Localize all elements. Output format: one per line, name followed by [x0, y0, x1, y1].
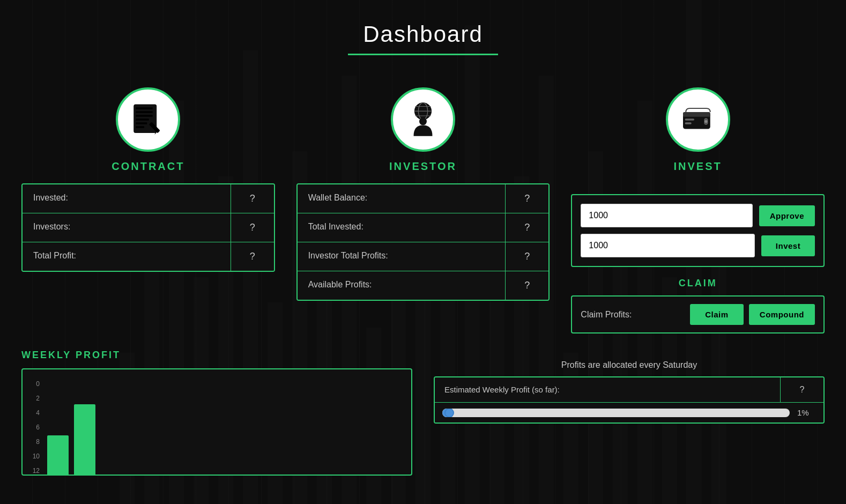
- invest-inputs-box: Approve Invest: [571, 194, 825, 267]
- svg-point-20: [704, 120, 707, 123]
- contract-column: CONTRACT Invested: ? Investors: ? Total …: [21, 87, 275, 272]
- progress-percent-label: 1%: [797, 408, 816, 417]
- investor-icon: [404, 101, 442, 138]
- available-profits-row: Available Profits: ?: [298, 271, 549, 300]
- investor-table: Wallet Balance: ? Total Invested: ? Inve…: [296, 183, 550, 301]
- claim-box: Claim Profits: Claim Compound: [571, 295, 825, 333]
- profits-note: Profits are allocated every Saturday: [434, 360, 825, 370]
- investor-icon-section: INVESTOR: [296, 87, 550, 173]
- investor-icon-circle: [391, 87, 455, 152]
- svg-point-14: [419, 118, 427, 125]
- estimated-label: Estimated Weekly Profit (so far):: [435, 377, 781, 402]
- approve-input[interactable]: [581, 204, 752, 227]
- contract-invested-row: Invested: ?: [23, 184, 274, 213]
- invest-icon-section: INVEST: [571, 87, 825, 173]
- svg-rect-5: [136, 122, 147, 124]
- progress-container: 1%: [435, 403, 823, 423]
- claim-button[interactable]: Claim: [690, 304, 744, 325]
- approve-button[interactable]: Approve: [759, 205, 815, 226]
- contract-investors-label: Investors:: [23, 213, 231, 242]
- weekly-profit-section: WEEKLY PROFIT 12 10 8 6 4 2 0: [21, 350, 412, 476]
- claim-profits-label: Claim Profits:: [581, 310, 682, 320]
- chart-bar: [74, 404, 95, 475]
- invest-button[interactable]: Invest: [761, 235, 815, 256]
- contract-invested-value: ?: [231, 184, 274, 213]
- investor-profits-label: Investor Total Profits:: [298, 242, 506, 271]
- svg-rect-16: [683, 112, 710, 117]
- claim-section: CLAIM Claim Profits: Claim Compound: [571, 278, 825, 333]
- main-grid: CONTRACT Invested: ? Investors: ? Total …: [21, 87, 825, 333]
- contract-investors-row: Investors: ?: [23, 213, 274, 242]
- weekly-profit-label: WEEKLY PROFIT: [21, 350, 412, 361]
- claim-title: CLAIM: [571, 278, 825, 289]
- header: Dashboard: [21, 11, 825, 61]
- investor-label: INVESTOR: [389, 160, 457, 173]
- progress-dot: [444, 409, 454, 417]
- contract-icon: [129, 101, 167, 138]
- contract-investors-value: ?: [231, 213, 274, 242]
- svg-rect-18: [685, 122, 691, 124]
- investor-column: INVESTOR Wallet Balance: ? Total Investe…: [296, 87, 550, 301]
- chart-y-axis: 12 10 8 6 4 2 0: [30, 377, 40, 475]
- invest-label: INVEST: [674, 160, 722, 173]
- total-invested-label: Total Invested:: [298, 213, 506, 242]
- invest-row: Invest: [581, 234, 815, 257]
- invest-icon-circle: [666, 87, 730, 152]
- page-title: Dashboard: [21, 21, 825, 47]
- available-profits-value: ?: [506, 271, 548, 300]
- weekly-profit-chart: 12 10 8 6 4 2 0: [21, 368, 412, 476]
- progress-bar: [442, 409, 790, 417]
- chart-bar: [47, 435, 69, 475]
- invest-input[interactable]: [581, 234, 755, 257]
- progress-row: 1%: [435, 403, 823, 423]
- compound-button[interactable]: Compound: [749, 304, 815, 325]
- contract-invested-label: Invested:: [23, 184, 231, 213]
- svg-rect-17: [685, 118, 694, 121]
- investor-bottom-section: Profits are allocated every Saturday Est…: [434, 350, 825, 476]
- progress-bar-fill: [442, 409, 449, 417]
- chart-bars-area: [47, 377, 404, 475]
- svg-rect-6: [136, 126, 145, 128]
- estimated-profit-row: Estimated Weekly Profit (so far): ?: [435, 377, 823, 403]
- estimated-table: Estimated Weekly Profit (so far): ? 1%: [434, 376, 825, 424]
- svg-rect-2: [136, 111, 153, 113]
- contract-profit-value: ?: [231, 242, 274, 271]
- wallet-balance-label: Wallet Balance:: [298, 184, 506, 213]
- total-invested-row: Total Invested: ?: [298, 213, 549, 242]
- bottom-grid: WEEKLY PROFIT 12 10 8 6 4 2 0: [21, 350, 825, 476]
- contract-table: Invested: ? Investors: ? Total Profit: ?: [21, 183, 275, 272]
- contract-icon-circle: [116, 87, 180, 152]
- estimated-value: ?: [781, 377, 823, 402]
- wallet-icon: [679, 101, 717, 138]
- contract-label: CONTRACT: [112, 160, 184, 173]
- investor-profits-value: ?: [506, 242, 548, 271]
- wallet-balance-row: Wallet Balance: ?: [298, 184, 549, 213]
- svg-rect-3: [136, 115, 153, 117]
- claim-buttons: Claim Compound: [690, 304, 815, 325]
- svg-rect-4: [136, 118, 150, 121]
- wallet-balance-value: ?: [506, 184, 548, 213]
- total-invested-value: ?: [506, 213, 548, 242]
- approve-row: Approve: [581, 204, 815, 227]
- header-divider: [348, 54, 498, 55]
- available-profits-label: Available Profits:: [298, 271, 506, 300]
- investor-profits-row: Investor Total Profits: ?: [298, 242, 549, 271]
- invest-column: INVEST Approve Invest CLAIM Claim Profit…: [571, 87, 825, 333]
- contract-profit-label: Total Profit:: [23, 242, 231, 271]
- contract-icon-section: CONTRACT: [21, 87, 275, 173]
- svg-rect-1: [136, 107, 153, 109]
- contract-profit-row: Total Profit: ?: [23, 242, 274, 271]
